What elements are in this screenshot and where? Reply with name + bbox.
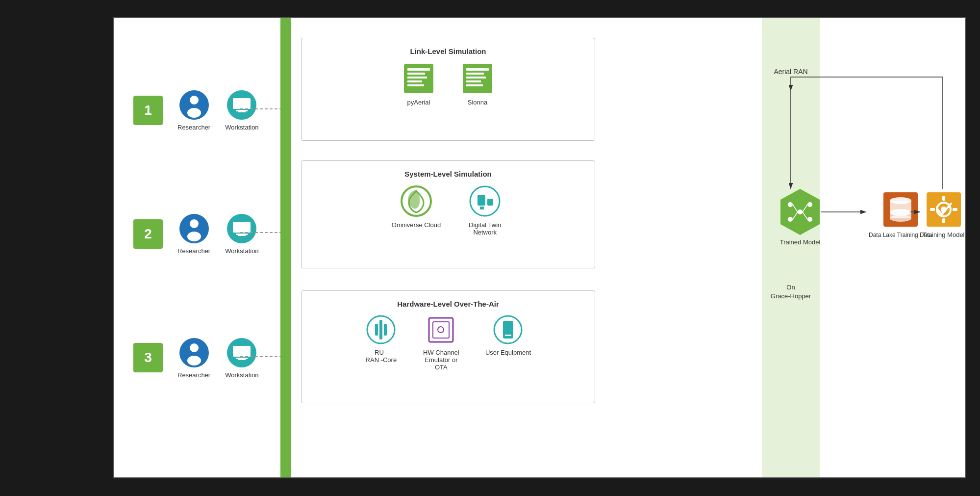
omniverse-label: Omniverse Cloud	[392, 221, 441, 229]
svg-rect-45	[379, 320, 382, 339]
omniverse-icon	[399, 184, 433, 218]
system-level-icons: Omniverse Cloud Digital Twin Network	[302, 184, 595, 236]
system-level-title: System-Level Simulation	[302, 170, 595, 178]
hardware-level-icons: RU - RAN -Core HW Channel Emulator or OT…	[302, 314, 595, 371]
svg-rect-41	[477, 195, 485, 206]
digital-twin-icon	[468, 184, 502, 218]
aerial-ran-column: Aerial RAN OnGrace-Hopper	[762, 18, 820, 477]
hw-channel-icon	[425, 314, 457, 346]
omniverse-item: Omniverse Cloud	[392, 184, 441, 229]
svg-point-20	[187, 356, 201, 365]
data-lake-icon	[881, 190, 920, 229]
svg-rect-46	[375, 324, 378, 336]
hardware-level-sim-box: Hardware-Level Over-The-Air RU - RAN -Co…	[301, 290, 595, 403]
researcher-icon-2	[178, 213, 210, 244]
svg-rect-36	[466, 77, 486, 78]
svg-rect-31	[407, 80, 422, 82]
workstation-icon-1	[226, 89, 257, 121]
sionna-item: Sionna	[460, 61, 495, 106]
ru-ran-item: RU - RAN -Core	[365, 314, 397, 364]
researcher-3: Researcher	[177, 337, 210, 379]
svg-point-57	[798, 209, 803, 214]
trained-model-container: Trained Model	[778, 187, 822, 246]
researcher-icon-1	[178, 89, 210, 121]
user-equipment-label: User Equipment	[485, 349, 531, 356]
svg-rect-35	[466, 73, 484, 75]
svg-rect-30	[407, 77, 427, 78]
ru-ran-label: RU - RAN -Core	[366, 349, 397, 364]
hw-channel-label: HW Channel Emulator or OTA	[422, 349, 461, 371]
pyaerial-icon	[402, 61, 436, 96]
svg-rect-38	[466, 84, 483, 86]
researcher-2: Researcher	[177, 213, 210, 255]
system-level-sim-box: System-Level Simulation Omniverse Cloud	[301, 160, 595, 268]
svg-rect-75	[930, 208, 935, 211]
ru-ran-icon	[365, 314, 397, 346]
sionna-label: Sionna	[468, 99, 487, 106]
green-divider	[280, 18, 291, 477]
row-label-1: 1	[133, 96, 163, 125]
svg-rect-43	[480, 207, 484, 209]
training-model-icon	[924, 190, 963, 229]
svg-rect-47	[384, 324, 387, 336]
svg-rect-49	[433, 322, 449, 338]
digital-twin-label: Digital Twin Network	[465, 221, 504, 236]
svg-point-59	[807, 217, 812, 222]
left-panel: 1 Researcher Workstation	[114, 18, 280, 477]
workstation-icon-2	[226, 213, 257, 244]
link-level-title: Link-Level Simulation	[302, 47, 595, 55]
svg-rect-32	[407, 84, 424, 86]
researcher-1: Researcher	[177, 89, 210, 131]
svg-point-1	[190, 96, 199, 104]
svg-point-58	[807, 202, 812, 207]
on-grace-hopper-label: OnGrace-Hopper	[762, 283, 820, 301]
svg-rect-34	[466, 68, 489, 71]
pyaerial-item: pyAerial	[402, 61, 436, 106]
svg-rect-69	[890, 212, 911, 218]
row-label-3: 3	[133, 343, 163, 372]
svg-rect-76	[953, 208, 957, 211]
svg-point-10	[190, 219, 199, 228]
svg-rect-37	[466, 80, 481, 82]
hardware-level-title: Hardware-Level Over-The-Air	[302, 300, 595, 308]
pyaerial-label: pyAerial	[407, 99, 430, 106]
svg-point-50	[438, 327, 444, 333]
hw-channel-item: HW Channel Emulator or OTA	[422, 314, 461, 371]
svg-rect-53	[505, 335, 511, 336]
training-model-label: Training Model	[923, 231, 965, 238]
svg-rect-74	[942, 218, 945, 223]
svg-rect-42	[487, 199, 493, 206]
trained-model-icon	[778, 187, 822, 236]
user-equipment-item: User Equipment	[485, 314, 531, 356]
svg-point-56	[788, 217, 793, 222]
row-label-2: 2	[133, 219, 163, 249]
simulation-panel: Link-Level Simulation pyAerial	[291, 18, 762, 477]
svg-point-11	[187, 232, 201, 241]
link-level-icons: pyAerial Sionna	[302, 61, 595, 106]
digital-twin-item: Digital Twin Network	[465, 184, 504, 236]
svg-rect-29	[407, 73, 425, 75]
aerial-ran-label: Aerial RAN	[762, 67, 820, 77]
researcher-icon-3	[178, 337, 210, 368]
trained-model-label: Trained Model	[780, 238, 821, 246]
svg-point-19	[190, 343, 199, 352]
svg-point-55	[788, 202, 793, 207]
svg-rect-28	[407, 68, 430, 71]
user-equipment-icon	[492, 314, 524, 346]
sionna-icon	[460, 61, 495, 96]
training-model-container: Training Model	[923, 190, 965, 238]
link-level-sim-box: Link-Level Simulation pyAerial	[301, 38, 595, 141]
main-diagram: 1 Researcher Workstation	[113, 17, 966, 478]
workstation-icon-3	[226, 337, 257, 368]
svg-point-2	[187, 108, 201, 118]
svg-rect-73	[942, 196, 945, 201]
